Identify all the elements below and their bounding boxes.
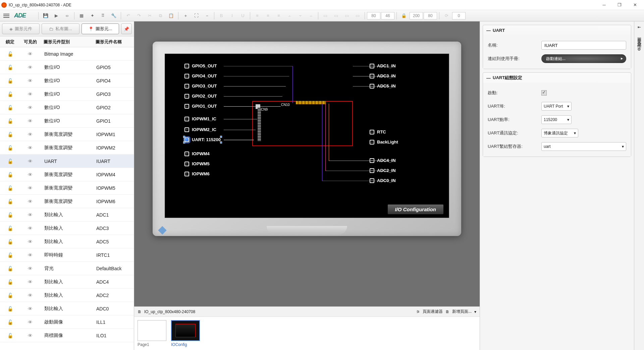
lock-icon[interactable]: 🔓 [0,51,20,57]
align-right-icon[interactable]: ≡ [274,11,284,20]
io-label-left[interactable]: GPIO2_OUT [184,94,217,99]
lock-icon[interactable]: 🔓 [0,319,20,325]
io-label-right[interactable]: RTC [370,129,386,134]
enable-checkbox[interactable] [541,90,547,96]
align-top-icon[interactable]: ⫠ [284,11,294,20]
eye-icon[interactable]: 👁 [20,51,40,57]
eye-icon[interactable]: 👁 [20,226,40,231]
list-item[interactable]: 🔓👁脈衝寬度調變IOPWM2 [0,141,134,155]
close-button[interactable]: ✕ [627,0,643,10]
io-label-left[interactable]: UART: 115200 [184,137,221,142]
protocol-select[interactable]: 博象通訊協定▾ [541,129,578,137]
zoom-out-icon[interactable]: － [202,11,212,20]
eye-icon[interactable]: 👁 [20,159,40,164]
tab-private[interactable]: 🗀私有圖... [42,23,79,34]
back-icon[interactable]: ▭ [331,11,341,20]
lock-wh-icon[interactable]: 🔒 [399,11,409,20]
io-label-left[interactable]: IOPWM1_IC [184,116,216,121]
list-item[interactable]: 🔓👁商標圖像ILO1 [0,329,134,342]
zoom-fit-icon[interactable]: ⛶ [191,11,201,20]
eye-icon[interactable]: 👁 [20,199,40,204]
maximize-button[interactable]: ❐ [612,0,627,10]
align-bottom-icon[interactable]: ⫠ [306,11,316,20]
bold-icon[interactable]: B [216,11,226,20]
coord-y[interactable]: 46 [381,12,394,19]
play-icon[interactable]: ▶ [51,11,61,20]
add-page-icon[interactable]: 🗎 [445,309,449,314]
eye-icon[interactable]: 👁 [20,118,40,124]
align-middle-icon[interactable]: ⫟ [295,11,305,20]
eye-icon[interactable]: 👁 [20,293,40,298]
forward-icon[interactable]: ▭ [342,11,352,20]
menu-button[interactable] [1,11,11,21]
copy-icon[interactable]: ⧉ [155,11,165,20]
lock-icon[interactable]: 🔓 [0,199,20,204]
lock-icon[interactable]: 🔓 [0,118,20,124]
props-tab-label[interactable]: 圖形元件屬性 [636,34,642,42]
eye-icon[interactable]: 👁 [20,306,40,311]
baud-select[interactable]: 115200▾ [541,115,572,124]
lock-icon[interactable]: 🔓 [0,185,20,191]
filter-icon[interactable]: ⚞ [416,309,420,314]
lock-icon[interactable]: 🔓 [0,293,20,298]
list-item[interactable]: 🔓👁背光DefaultBack [0,262,134,275]
size-w[interactable]: 200 [410,12,423,19]
list-item[interactable]: 🔓👁啟動圖像ILL1 [0,315,134,329]
lock-icon[interactable]: 🔓 [0,132,20,137]
right-dock[interactable]: ⇤ 圖形元件屬性 ⚙ [634,21,644,350]
list-item[interactable]: 🔓👁數位I/OGPIO1 [0,114,134,128]
redo-icon[interactable]: ↷ [134,11,144,20]
io-label-right[interactable]: ADC0_IN [370,178,396,183]
apps-icon[interactable]: ⠿ [98,11,108,20]
eye-icon[interactable]: 👁 [20,266,40,271]
list-item[interactable]: 🔓👁Bitmap Image [0,47,134,61]
pin-icon[interactable]: 📌 [121,23,132,34]
io-label-right[interactable]: ADC5_IN [370,83,396,89]
io-label-left[interactable]: IOPWM2_IC [184,127,216,132]
list-item[interactable]: 🔓👁脈衝寬度調變IOPWM6 [0,195,134,208]
list-item[interactable]: 🔓👁類比輸入ADC1 [0,208,134,222]
lock-icon[interactable]: 🔓 [0,266,20,271]
section-uart-header[interactable]: —UART [483,25,631,35]
eye-icon[interactable]: 👁 [20,239,40,244]
lock-icon[interactable]: 🔓 [0,226,20,231]
eye-icon[interactable]: 👁 [20,105,40,110]
list-item[interactable]: 🔓👁數位I/OGPIO4 [0,74,134,88]
italic-icon[interactable]: I [227,11,237,20]
eye-icon[interactable]: 👁 [20,78,40,83]
eye-icon[interactable]: 👁 [20,132,40,137]
io-label-left[interactable]: GPIO1_OUT [184,104,217,109]
angle[interactable]: 0 [452,12,466,19]
io-label-left[interactable]: GPIO5_OUT [184,63,217,68]
paste-icon[interactable]: 📋 [166,11,176,20]
lock-icon[interactable]: 🔓 [0,65,20,70]
manual-link-button[interactable]: 啟動連結... [541,54,626,63]
lock-icon[interactable]: 🔓 [0,239,20,244]
eye-icon[interactable]: 👁 [20,145,40,151]
expand-icon[interactable]: ⇤ [638,25,641,30]
wrench-icon[interactable]: 🔧 [109,11,119,20]
eye-icon[interactable]: 👁 [20,252,40,258]
lock-icon[interactable]: 🔓 [0,306,20,311]
save-icon[interactable]: 💾 [41,11,51,20]
list-item[interactable]: 🔓👁脈衝寬度調變IOPWM5 [0,181,134,195]
list-item[interactable]: 🔓👁脈衝寬度調變IOPWM1 [0,128,134,141]
undo-icon[interactable]: ↶ [123,11,133,20]
list-item[interactable]: 🔓👁即時時鐘IRTC1 [0,248,134,262]
underline-icon[interactable]: U [238,11,248,20]
eye-icon[interactable]: 👁 [20,185,40,191]
io-label-right[interactable]: ADC2_IN [370,168,396,173]
tab-widgets[interactable]: ◈圖形元件 [2,23,40,34]
eye-icon[interactable]: 👁 [20,333,40,338]
settings-icon[interactable]: ⚙ [637,47,641,52]
lock-icon[interactable]: 🔓 [0,145,20,151]
io-label-right[interactable]: ADC3_IN [370,73,396,78]
list-item[interactable]: 🔓👁類比輸入ADC2 [0,289,134,302]
register-select[interactable]: uart▾ [541,142,626,151]
size-h[interactable]: 80 [424,12,437,19]
cut-icon[interactable]: ✂ [145,11,155,20]
eye-icon[interactable]: 👁 [20,212,40,218]
page-thumb[interactable]: Page1 [138,320,166,347]
page-thumb[interactable]: IOConfig [171,320,200,347]
eye-icon[interactable]: 👁 [20,279,40,285]
